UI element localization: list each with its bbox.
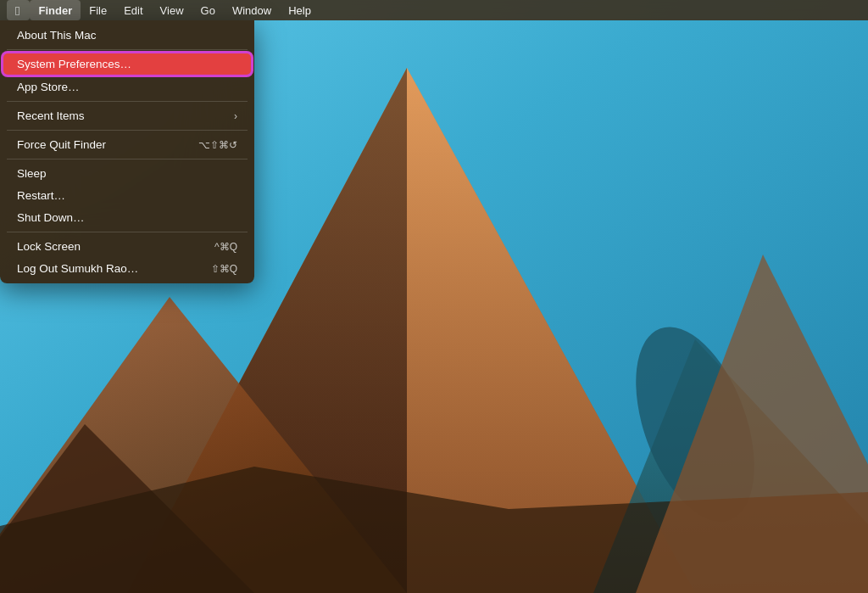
menu-app-store[interactable]: App Store… [3, 76, 251, 98]
menu-log-out[interactable]: Log Out Sumukh Rao… ⇧⌘Q [3, 258, 251, 279]
menubar-edit[interactable]: Edit [115, 0, 151, 20]
menu-separator-1 [7, 49, 248, 50]
menubar-view[interactable]: View [152, 0, 192, 20]
menubar-finder[interactable]: Finder [30, 0, 81, 20]
menu-restart[interactable]: Restart… [3, 185, 251, 206]
menubar-apple[interactable]:  [7, 0, 30, 20]
apple-logo-icon:  [15, 3, 19, 18]
menubar-file[interactable]: File [81, 0, 115, 20]
lock-screen-shortcut: ^⌘Q [214, 241, 237, 253]
menu-shut-down[interactable]: Shut Down… [3, 207, 251, 228]
menu-recent-items[interactable]: Recent Items › [3, 105, 251, 126]
chevron-right-icon: › [234, 110, 237, 122]
menubar-window[interactable]: Window [224, 0, 280, 20]
menu-separator-3 [7, 130, 248, 131]
menu-about-this-mac[interactable]: About This Mac [3, 25, 251, 46]
log-out-shortcut: ⇧⌘Q [211, 263, 237, 275]
menubar-go[interactable]: Go [192, 0, 224, 20]
apple-menu-dropdown: About This Mac System Preferences… App S… [0, 20, 254, 283]
menubar-items:  Finder File Edit View Go Window Help [7, 0, 320, 20]
menu-separator-5 [7, 232, 248, 232]
menubar-help[interactable]: Help [280, 0, 320, 20]
menu-system-preferences[interactable]: System Preferences… [3, 53, 251, 75]
force-quit-shortcut: ⌥⇧⌘↺ [198, 139, 237, 151]
menu-sleep[interactable]: Sleep [3, 163, 251, 184]
menu-force-quit-finder[interactable]: Force Quit Finder ⌥⇧⌘↺ [3, 134, 251, 155]
menu-lock-screen[interactable]: Lock Screen ^⌘Q [3, 236, 251, 257]
menu-separator-4 [7, 159, 248, 159]
menubar:  Finder File Edit View Go Window Help [0, 0, 868, 20]
menu-separator-2 [7, 101, 248, 102]
